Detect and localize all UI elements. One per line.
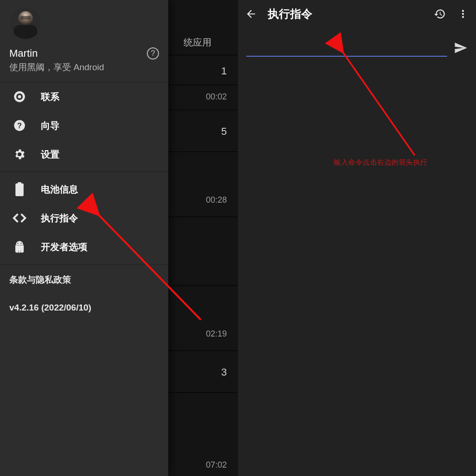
background-app-peek: 统应用 1 00:02 5 00:28 02:19 3 07:02 [168, 0, 238, 476]
svg-rect-3 [20, 16, 31, 20]
question-icon: ? [12, 118, 27, 133]
list-value: 5 [168, 115, 238, 148]
list-time: 00:28 [168, 186, 238, 214]
profile-name: Martin [9, 47, 38, 60]
command-input[interactable] [246, 43, 447, 57]
background-tab-label[interactable]: 统应用 [168, 31, 238, 54]
svg-point-7 [20, 243, 21, 244]
appbar: 执行指令 [238, 0, 476, 28]
back-icon[interactable] [245, 7, 258, 20]
svg-text:?: ? [17, 121, 22, 130]
drawer-item-settings[interactable]: 设置 [0, 140, 168, 169]
list-time: 02:19 [168, 320, 238, 348]
left-screenshot: 统应用 1 00:02 5 00:28 02:19 3 07:02 [0, 0, 238, 476]
list-time: 00:02 [168, 85, 238, 109]
drawer-item-label: 设置 [41, 148, 60, 161]
send-icon[interactable] [454, 41, 468, 57]
drawer-terms-link[interactable]: 条款与隐私政策 [9, 274, 159, 286]
svg-point-6 [17, 243, 18, 244]
battery-icon [12, 182, 27, 197]
svg-rect-2 [14, 25, 37, 39]
annotation-arrow-right [238, 0, 476, 476]
list-value: 1 [168, 58, 238, 84]
drawer-version: v4.2.16 (2022/06/10) [9, 303, 159, 313]
annotation-text: 输入命令点击右边的箭头执行 [334, 158, 428, 167]
drawer-profile[interactable]: Martin ? 使用黑阈，享受 Android [0, 0, 168, 82]
code-icon [12, 211, 27, 225]
list-time: 07:02 [168, 454, 238, 476]
drawer-item-battery[interactable]: 电池信息 [0, 175, 168, 204]
drawer-item-wizard[interactable]: ? 向导 [0, 111, 168, 140]
right-screenshot: 执行指令 输入命令点击右边的箭头执行 [238, 0, 476, 476]
drawer-item-execute[interactable]: 执行指令 [0, 204, 168, 232]
list-value: 3 [168, 356, 238, 389]
help-icon[interactable]: ? [147, 47, 159, 60]
svg-line-9 [342, 51, 415, 155]
drawer-item-label: 电池信息 [41, 183, 78, 196]
profile-tagline: 使用黑阈，享受 Android [9, 61, 159, 73]
drawer-item-label: 执行指令 [41, 212, 78, 225]
drawer-item-label: 开发者选项 [41, 241, 87, 253]
drawer-item-devopts[interactable]: 开发者选项 [0, 232, 168, 261]
page-title: 执行指令 [268, 7, 423, 21]
drawer-item-label: 向导 [41, 119, 60, 132]
more-icon[interactable] [456, 7, 469, 20]
gear-icon [12, 147, 27, 162]
navigation-drawer: Martin ? 使用黑阈，享受 Android 联系 ? 向导 设置 [0, 0, 168, 476]
android-icon [12, 239, 27, 254]
drawer-item-contact[interactable]: 联系 [0, 82, 168, 111]
avatar[interactable] [9, 7, 42, 39]
lifebuoy-icon [12, 89, 27, 104]
history-icon[interactable] [433, 7, 446, 20]
drawer-item-label: 联系 [41, 91, 60, 103]
